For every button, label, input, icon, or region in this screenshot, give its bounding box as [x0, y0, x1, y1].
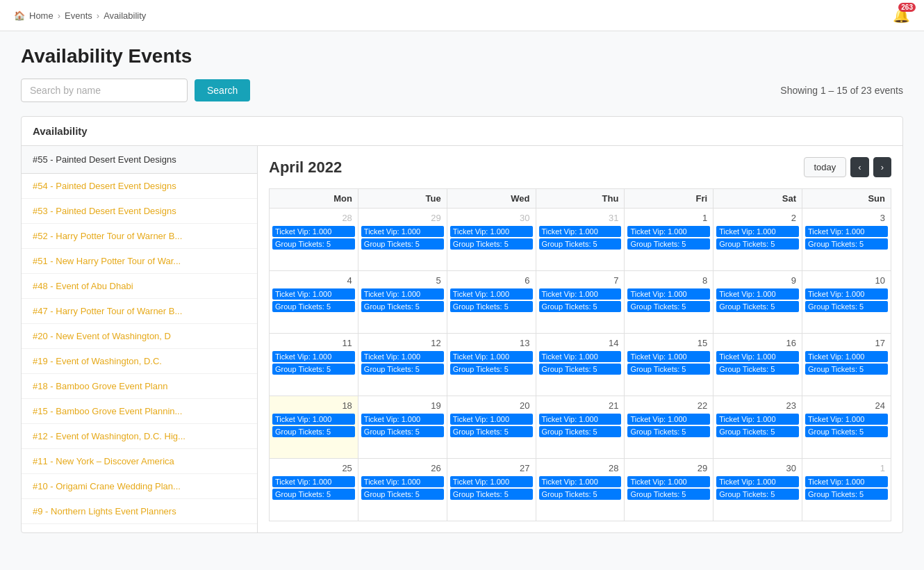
- sidebar-item-link[interactable]: #52 - Harry Potter Tour of Warner B...: [33, 231, 182, 241]
- list-item[interactable]: #19 - Event of Washington, D.C.: [22, 349, 257, 374]
- event-block[interactable]: Ticket Vip: 1.000: [805, 226, 888, 237]
- event-block[interactable]: Ticket Vip: 1.000: [716, 226, 799, 237]
- event-block[interactable]: Ticket Vip: 1.000: [361, 288, 444, 300]
- event-block[interactable]: Group Tickets: 5: [539, 301, 622, 312]
- event-block[interactable]: Group Tickets: 5: [272, 489, 355, 500]
- event-block[interactable]: Ticket Vip: 1.000: [272, 351, 355, 362]
- breadcrumb-events[interactable]: Events: [65, 10, 92, 21]
- event-block[interactable]: Ticket Vip: 1.000: [539, 288, 622, 300]
- event-block[interactable]: Ticket Vip: 1.000: [627, 351, 710, 362]
- event-block[interactable]: Ticket Vip: 1.000: [450, 351, 533, 362]
- event-block[interactable]: Group Tickets: 5: [272, 426, 355, 437]
- event-block[interactable]: Ticket Vip: 1.000: [716, 288, 799, 300]
- event-block[interactable]: Group Tickets: 5: [539, 364, 622, 375]
- event-block[interactable]: Group Tickets: 5: [539, 489, 622, 500]
- sidebar-item-link[interactable]: #15 - Bamboo Grove Event Plannin...: [33, 406, 182, 416]
- sidebar-item-link[interactable]: #9 - Northern Lights Event Planners: [33, 506, 176, 516]
- list-item[interactable]: #52 - Harry Potter Tour of Warner B...: [22, 224, 257, 249]
- event-block[interactable]: Group Tickets: 5: [361, 426, 444, 437]
- event-block[interactable]: Ticket Vip: 1.000: [805, 351, 888, 362]
- list-item[interactable]: #20 - New Event of Washington, D: [22, 324, 257, 349]
- event-block[interactable]: Ticket Vip: 1.000: [805, 414, 888, 425]
- list-item[interactable]: #54 - Painted Desert Event Designs: [22, 174, 257, 199]
- event-block[interactable]: Ticket Vip: 1.000: [450, 226, 533, 237]
- event-block[interactable]: Ticket Vip: 1.000: [539, 226, 622, 237]
- sidebar-item-link[interactable]: #48 - Event of Abu Dhabi: [33, 281, 133, 291]
- event-block[interactable]: Ticket Vip: 1.000: [627, 288, 710, 300]
- event-block[interactable]: Group Tickets: 5: [716, 301, 799, 312]
- event-block[interactable]: Group Tickets: 5: [361, 238, 444, 250]
- event-block[interactable]: Group Tickets: 5: [716, 238, 799, 250]
- list-item[interactable]: #9 - Northern Lights Event Planners: [22, 499, 257, 524]
- event-block[interactable]: Ticket Vip: 1.000: [716, 414, 799, 425]
- list-item[interactable]: #53 - Painted Desert Event Designs: [22, 199, 257, 224]
- event-block[interactable]: Group Tickets: 5: [716, 489, 799, 500]
- event-block[interactable]: Ticket Vip: 1.000: [272, 226, 355, 237]
- notification-bell[interactable]: 🔔 263: [893, 7, 910, 24]
- event-block[interactable]: Group Tickets: 5: [450, 364, 533, 375]
- event-block[interactable]: Ticket Vip: 1.000: [272, 414, 355, 425]
- event-block[interactable]: Group Tickets: 5: [539, 238, 622, 250]
- prev-month-button[interactable]: ‹: [850, 157, 868, 177]
- sidebar-item-link[interactable]: #12 - Event of Washington, D.C. Hig...: [33, 431, 185, 441]
- event-block[interactable]: Ticket Vip: 1.000: [361, 476, 444, 487]
- event-block[interactable]: Group Tickets: 5: [361, 364, 444, 375]
- event-block[interactable]: Ticket Vip: 1.000: [361, 351, 444, 362]
- event-block[interactable]: Ticket Vip: 1.000: [805, 288, 888, 300]
- event-block[interactable]: Group Tickets: 5: [450, 426, 533, 437]
- event-block[interactable]: Ticket Vip: 1.000: [805, 476, 888, 487]
- list-item[interactable]: #18 - Bamboo Grove Event Plann: [22, 374, 257, 399]
- event-block[interactable]: Ticket Vip: 1.000: [450, 476, 533, 487]
- list-item[interactable]: #10 - Origami Crane Wedding Plan...: [22, 474, 257, 499]
- event-block[interactable]: Group Tickets: 5: [272, 238, 355, 250]
- list-item[interactable]: #51 - New Harry Potter Tour of War...: [22, 249, 257, 274]
- event-block[interactable]: Group Tickets: 5: [716, 426, 799, 437]
- event-block[interactable]: Group Tickets: 5: [539, 426, 622, 437]
- sidebar-item-link[interactable]: #20 - New Event of Washington, D: [33, 331, 171, 341]
- event-block[interactable]: Group Tickets: 5: [627, 364, 710, 375]
- next-month-button[interactable]: ›: [873, 157, 891, 177]
- event-block[interactable]: Ticket Vip: 1.000: [272, 288, 355, 300]
- event-block[interactable]: Group Tickets: 5: [805, 364, 888, 375]
- event-block[interactable]: Ticket Vip: 1.000: [361, 226, 444, 237]
- event-block[interactable]: Group Tickets: 5: [361, 301, 444, 312]
- event-block[interactable]: Group Tickets: 5: [627, 426, 710, 437]
- event-block[interactable]: Group Tickets: 5: [627, 238, 710, 250]
- list-item[interactable]: #15 - Bamboo Grove Event Plannin...: [22, 399, 257, 424]
- event-block[interactable]: Group Tickets: 5: [805, 238, 888, 250]
- sidebar-item-link[interactable]: #19 - Event of Washington, D.C.: [33, 356, 162, 366]
- event-block[interactable]: Ticket Vip: 1.000: [627, 226, 710, 237]
- list-item[interactable]: #48 - Event of Abu Dhabi: [22, 274, 257, 299]
- sidebar-item-link[interactable]: #10 - Origami Crane Wedding Plan...: [33, 481, 181, 491]
- today-button[interactable]: today: [804, 157, 847, 177]
- sidebar-item-link[interactable]: #51 - New Harry Potter Tour of War...: [33, 256, 181, 266]
- event-block[interactable]: Ticket Vip: 1.000: [539, 476, 622, 487]
- event-block[interactable]: Ticket Vip: 1.000: [716, 476, 799, 487]
- sidebar-item-link[interactable]: #18 - Bamboo Grove Event Plann: [33, 381, 167, 391]
- event-block[interactable]: Ticket Vip: 1.000: [272, 476, 355, 487]
- list-item[interactable]: #12 - Event of Washington, D.C. Hig...: [22, 424, 257, 449]
- sidebar-item-link[interactable]: #53 - Painted Desert Event Designs: [33, 206, 176, 216]
- event-block[interactable]: Group Tickets: 5: [450, 301, 533, 312]
- list-item[interactable]: #47 - Harry Potter Tour of Warner B...: [22, 299, 257, 324]
- event-block[interactable]: Group Tickets: 5: [361, 489, 444, 500]
- event-block[interactable]: Group Tickets: 5: [716, 364, 799, 375]
- event-block[interactable]: Group Tickets: 5: [272, 301, 355, 312]
- event-block[interactable]: Ticket Vip: 1.000: [539, 414, 622, 425]
- event-block[interactable]: Group Tickets: 5: [805, 301, 888, 312]
- event-block[interactable]: Ticket Vip: 1.000: [450, 288, 533, 300]
- event-block[interactable]: Group Tickets: 5: [627, 301, 710, 312]
- event-block[interactable]: Group Tickets: 5: [272, 364, 355, 375]
- event-block[interactable]: Group Tickets: 5: [450, 489, 533, 500]
- list-item[interactable]: #11 - New York – Discover America: [22, 449, 257, 474]
- event-block[interactable]: Group Tickets: 5: [805, 489, 888, 500]
- event-block[interactable]: Group Tickets: 5: [805, 426, 888, 437]
- search-button[interactable]: Search: [195, 79, 250, 101]
- event-block[interactable]: Group Tickets: 5: [450, 238, 533, 250]
- sidebar-item-link[interactable]: #11 - New York – Discover America: [33, 456, 174, 466]
- breadcrumb-home[interactable]: Home: [29, 10, 53, 21]
- search-input[interactable]: [21, 79, 188, 102]
- event-block[interactable]: Ticket Vip: 1.000: [361, 414, 444, 425]
- event-block[interactable]: Ticket Vip: 1.000: [539, 351, 622, 362]
- event-block[interactable]: Group Tickets: 5: [627, 489, 710, 500]
